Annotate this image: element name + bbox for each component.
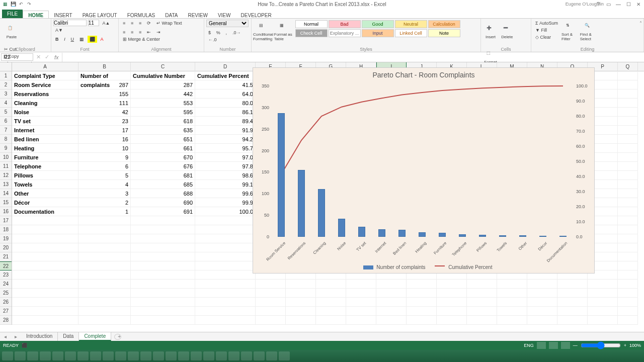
cell-O24[interactable] bbox=[557, 280, 588, 289]
cell-K24[interactable] bbox=[437, 280, 467, 289]
row-header-3[interactable]: 3 bbox=[0, 89, 12, 99]
cell-B10[interactable]: 9 bbox=[78, 153, 131, 162]
sheet-tab-data[interactable]: Data bbox=[58, 332, 79, 341]
cell-A18[interactable] bbox=[12, 225, 78, 234]
cell-N24[interactable] bbox=[527, 280, 557, 289]
bar-reservations[interactable] bbox=[298, 170, 305, 237]
cell-C20[interactable] bbox=[131, 243, 195, 252]
cell-C2[interactable]: 287 bbox=[131, 80, 195, 89]
cell-A9[interactable]: Heating bbox=[12, 144, 78, 153]
row-header-2[interactable]: 2 bbox=[0, 80, 12, 89]
row-header-22[interactable]: 22 bbox=[0, 261, 12, 270]
taskbar-app-icon[interactable] bbox=[15, 351, 26, 360]
cell-O27[interactable] bbox=[557, 307, 588, 316]
bar-furniture[interactable] bbox=[439, 233, 446, 237]
cell-C7[interactable]: 635 bbox=[131, 126, 195, 135]
cell-A25[interactable] bbox=[12, 289, 78, 298]
sheet-nav-next-icon[interactable]: ▸ bbox=[11, 334, 21, 339]
row-header-12[interactable]: 12 bbox=[0, 171, 12, 180]
zoom-out-icon[interactable]: — bbox=[573, 343, 578, 348]
cell-D8[interactable]: 94.2 bbox=[195, 135, 256, 144]
cell-C19[interactable] bbox=[131, 234, 195, 243]
decrease-decimal-icon[interactable]: ←.0 bbox=[206, 36, 219, 43]
cell-Q10[interactable] bbox=[618, 153, 638, 162]
cell-F26[interactable] bbox=[286, 298, 316, 307]
cell-C18[interactable] bbox=[131, 225, 195, 234]
cell-A8[interactable]: Bed linen bbox=[12, 135, 78, 144]
font-size-input[interactable] bbox=[88, 20, 99, 26]
cell-style-calculation[interactable]: Calculation bbox=[428, 20, 460, 28]
cell-Q1[interactable] bbox=[618, 71, 638, 80]
cell-P28[interactable] bbox=[588, 316, 618, 325]
cell-N25[interactable] bbox=[527, 289, 557, 298]
row-header-25[interactable]: 25 bbox=[0, 289, 12, 298]
cell-Q11[interactable] bbox=[618, 162, 638, 171]
cell-Q18[interactable] bbox=[618, 225, 638, 234]
pareto-chart[interactable]: Pareto Chart - Room Complaints 050100150… bbox=[253, 67, 595, 274]
cell-F25[interactable] bbox=[286, 289, 316, 298]
cell-Q20[interactable] bbox=[618, 243, 638, 252]
cell-F27[interactable] bbox=[286, 307, 316, 316]
cell-B13[interactable]: 4 bbox=[78, 180, 131, 189]
cell-Q12[interactable] bbox=[618, 171, 638, 180]
cell-H27[interactable] bbox=[346, 307, 376, 316]
bar-heating[interactable] bbox=[419, 232, 426, 237]
cell-B2[interactable]: 287 bbox=[78, 80, 131, 89]
cell-A15[interactable]: Décor bbox=[12, 198, 78, 207]
cell-A20[interactable] bbox=[12, 243, 78, 252]
cell-H24[interactable] bbox=[346, 280, 376, 289]
cell-B14[interactable]: 3 bbox=[78, 189, 131, 198]
cell-style-input[interactable]: Input bbox=[362, 29, 394, 37]
comma-icon[interactable]: , bbox=[224, 29, 229, 36]
collapse-ribbon-icon[interactable]: ˄ bbox=[639, 21, 642, 26]
cell-Q8[interactable] bbox=[618, 135, 638, 144]
cell-A1[interactable]: Complaint Type bbox=[12, 71, 78, 80]
cell-C16[interactable]: 691 bbox=[131, 207, 195, 216]
row-header-8[interactable]: 8 bbox=[0, 135, 12, 144]
cell-B9[interactable]: 10 bbox=[78, 144, 131, 153]
row-header-1[interactable]: 1 bbox=[0, 71, 12, 80]
font-color-button[interactable]: A bbox=[98, 36, 105, 43]
cell-J26[interactable] bbox=[407, 298, 437, 307]
cell-G28[interactable] bbox=[316, 316, 346, 325]
cell-D11[interactable]: 97.8 bbox=[195, 162, 256, 171]
taskbar-app-icon[interactable] bbox=[166, 351, 177, 360]
find-select-button[interactable]: 🔍Find & Select bbox=[580, 20, 597, 45]
row-header-27[interactable]: 27 bbox=[0, 307, 12, 316]
cell-A17[interactable] bbox=[12, 216, 78, 225]
row-header-23[interactable]: 23 bbox=[0, 270, 12, 280]
row-header-18[interactable]: 18 bbox=[0, 225, 12, 234]
wrap-text-button[interactable]: ↵ Wrap Text bbox=[154, 20, 184, 27]
cell-B5[interactable]: 42 bbox=[78, 108, 131, 117]
cell-D6[interactable]: 89.4 bbox=[195, 117, 256, 126]
cell-H25[interactable] bbox=[346, 289, 376, 298]
delete-cells-button[interactable]: ➖Delete bbox=[500, 20, 515, 45]
cell-B8[interactable]: 16 bbox=[78, 135, 131, 144]
cell-G27[interactable] bbox=[316, 307, 346, 316]
cell-K28[interactable] bbox=[437, 316, 467, 325]
taskbar-app-icon[interactable] bbox=[65, 351, 76, 360]
sheet-tab-complete[interactable]: Complete bbox=[79, 332, 111, 341]
cell-A27[interactable] bbox=[12, 307, 78, 316]
cell-Q22[interactable] bbox=[618, 261, 638, 270]
cell-P24[interactable] bbox=[588, 280, 618, 289]
cell-D2[interactable]: 41.5 bbox=[195, 80, 256, 89]
cell-F28[interactable] bbox=[286, 316, 316, 325]
row-header-15[interactable]: 15 bbox=[0, 198, 12, 207]
align-middle-icon[interactable]: ≡ bbox=[129, 20, 135, 27]
cell-I27[interactable] bbox=[376, 307, 407, 316]
cell-D21[interactable] bbox=[195, 252, 256, 261]
clear-button[interactable]: ◇ Clear bbox=[533, 34, 553, 41]
bar-noise[interactable] bbox=[338, 219, 345, 237]
cell-style-neutral[interactable]: Neutral bbox=[395, 20, 427, 28]
cell-D27[interactable] bbox=[195, 307, 256, 316]
copy-button[interactable]: ⧉ Copy bbox=[2, 53, 21, 60]
cell-D13[interactable]: 99.1 bbox=[195, 180, 256, 189]
taskbar-app-icon[interactable] bbox=[27, 351, 38, 360]
bar-pillows[interactable] bbox=[479, 235, 486, 237]
cell-D1[interactable]: Cumulative Percent bbox=[195, 71, 256, 80]
page-break-view-icon[interactable] bbox=[561, 342, 570, 349]
zoom-slider[interactable] bbox=[581, 341, 621, 349]
col-header-D[interactable]: D bbox=[195, 62, 256, 71]
cell-A19[interactable] bbox=[12, 234, 78, 243]
